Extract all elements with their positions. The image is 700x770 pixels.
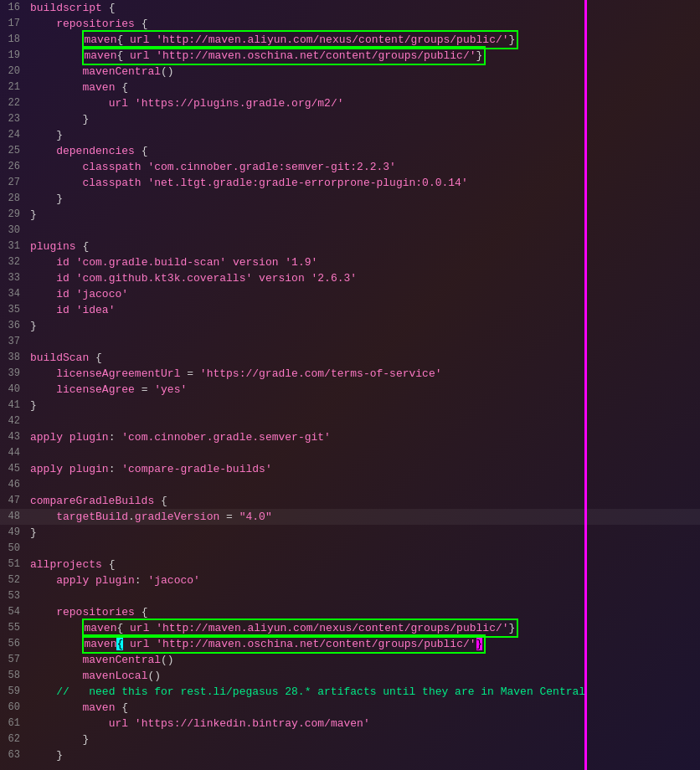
line-content: } <box>27 127 700 143</box>
code-line: 43apply plugin: 'com.cinnober.gradle.sem… <box>0 429 700 445</box>
code-line: 46 <box>0 477 700 493</box>
code-line: 22 url 'https://plugins.gradle.org/m2/' <box>0 95 700 111</box>
code-line: 52 apply plugin: 'jacoco' <box>0 572 700 588</box>
line-number: 37 <box>0 334 27 350</box>
line-number: 21 <box>0 80 27 95</box>
line-number: 18 <box>0 32 27 48</box>
line-number: 32 <box>0 254 27 270</box>
code-line: 16buildscript { <box>0 0 700 16</box>
line-number: 20 <box>0 64 27 80</box>
code-line: 29} <box>0 207 700 223</box>
line-content: licenseAgree = 'yes' <box>27 382 700 398</box>
line-content: targetBuild.gradleVersion = "4.0" <box>27 509 700 525</box>
line-content: } <box>27 732 700 747</box>
code-line: 45apply plugin: 'compare-gradle-builds' <box>0 461 700 477</box>
code-line: 53 <box>0 588 700 604</box>
line-number: 59 <box>0 684 27 700</box>
line-content: classpath 'com.cinnober.gradle:semver-gi… <box>27 159 700 175</box>
line-content: classpath 'net.ltgt.gradle:gradle-errorp… <box>27 175 700 191</box>
code-line: 26 classpath 'com.cinnober.gradle:semver… <box>0 159 700 175</box>
line-number: 29 <box>0 207 27 223</box>
line-content: id 'idea' <box>27 302 700 318</box>
code-editor: 16buildscript {17 repositories {18 maven… <box>0 0 700 770</box>
code-line: 24 } <box>0 127 700 143</box>
line-content: mavenCentral() <box>27 652 700 668</box>
line-content: plugins { <box>27 239 700 254</box>
line-number: 16 <box>0 0 27 16</box>
code-line: 48 targetBuild.gradleVersion = "4.0" <box>0 509 700 525</box>
line-content: apply plugin: 'com.cinnober.gradle.semve… <box>27 429 700 445</box>
code-line: 62 } <box>0 732 700 747</box>
code-line: 58 mavenLocal() <box>0 668 700 684</box>
code-line: 41} <box>0 398 700 413</box>
line-number: 43 <box>0 429 27 445</box>
code-line: 33 id 'com.github.kt3k.coveralls' versio… <box>0 270 700 286</box>
line-number: 26 <box>0 159 27 175</box>
line-content: url 'https://plugins.gradle.org/m2/' <box>27 95 700 111</box>
code-line: 63 } <box>0 747 700 763</box>
line-number: 36 <box>0 318 27 334</box>
line-number: 55 <box>0 620 27 636</box>
line-content: id 'jacoco' <box>27 286 700 302</box>
line-content: maven { <box>27 700 700 716</box>
line-content: } <box>27 318 700 334</box>
line-number: 49 <box>0 525 27 541</box>
line-content: } <box>27 207 700 223</box>
code-line: 39 licenseAgreementUrl = 'https://gradle… <box>0 366 700 382</box>
line-content: buildscript { <box>27 0 700 16</box>
line-number: 23 <box>0 111 27 127</box>
code-line: 31plugins { <box>0 239 700 254</box>
line-number: 34 <box>0 286 27 302</box>
line-number: 39 <box>0 366 27 382</box>
code-line: 37 <box>0 334 700 350</box>
line-number: 38 <box>0 350 27 366</box>
code-container[interactable]: 16buildscript {17 repositories {18 maven… <box>0 0 700 770</box>
line-content: compareGradleBuilds { <box>27 493 700 509</box>
code-line: 51allprojects { <box>0 557 700 572</box>
line-number: 27 <box>0 175 27 191</box>
line-number: 51 <box>0 557 27 572</box>
line-content: url 'https://linkedin.bintray.com/maven' <box>27 716 700 732</box>
line-number: 58 <box>0 668 27 684</box>
line-number: 22 <box>0 95 27 111</box>
line-content: apply plugin: 'jacoco' <box>27 572 700 588</box>
code-line: 20 mavenCentral() <box>0 64 700 80</box>
code-line: 21 maven { <box>0 80 700 95</box>
line-number: 28 <box>0 191 27 207</box>
code-line: 35 id 'idea' <box>0 302 700 318</box>
line-number: 35 <box>0 302 27 318</box>
line-number: 19 <box>0 48 27 64</box>
line-number: 63 <box>0 747 27 763</box>
code-line: 44 <box>0 445 700 461</box>
line-number: 42 <box>0 413 27 429</box>
code-line: 36} <box>0 318 700 334</box>
line-number: 53 <box>0 588 27 604</box>
line-number: 17 <box>0 16 27 32</box>
line-number: 41 <box>0 398 27 413</box>
line-content: // need this for rest.li/pegasus 28.* ar… <box>27 684 700 700</box>
code-line: 38buildScan { <box>0 350 700 366</box>
code-line: 28 } <box>0 191 700 207</box>
line-number: 60 <box>0 700 27 716</box>
code-line: 40 licenseAgree = 'yes' <box>0 382 700 398</box>
line-content: } <box>27 111 700 127</box>
code-line: 49} <box>0 525 700 541</box>
code-line: 27 classpath 'net.ltgt.gradle:gradle-err… <box>0 175 700 191</box>
line-content: allprojects { <box>27 557 700 572</box>
line-content: } <box>27 747 700 763</box>
line-content: licenseAgreementUrl = 'https://gradle.co… <box>27 366 700 382</box>
line-number: 50 <box>0 541 27 557</box>
line-number: 56 <box>0 636 27 652</box>
line-content: maven{ url 'http://maven.oschina.net/con… <box>27 634 700 654</box>
line-content: apply plugin: 'compare-gradle-builds' <box>27 461 700 477</box>
line-number: 40 <box>0 382 27 398</box>
line-number: 48 <box>0 509 27 525</box>
line-content: } <box>27 191 700 207</box>
line-content: id 'com.github.kt3k.coveralls' version '… <box>27 270 700 286</box>
line-content: mavenCentral() <box>27 64 700 80</box>
line-number: 61 <box>0 716 27 732</box>
line-number: 52 <box>0 572 27 588</box>
line-number: 46 <box>0 477 27 493</box>
code-line: 59 // need this for rest.li/pegasus 28.*… <box>0 684 700 700</box>
line-number: 54 <box>0 604 27 620</box>
